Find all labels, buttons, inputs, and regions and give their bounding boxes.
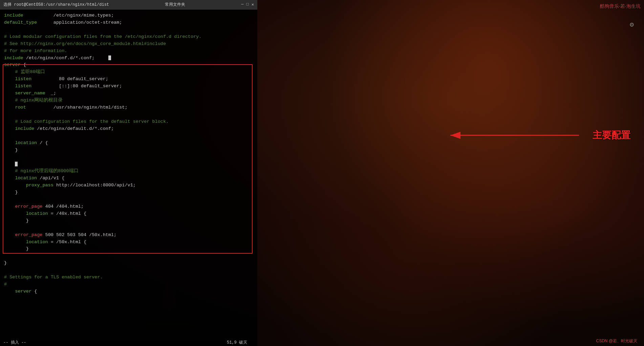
terminal-title-center: 常用文件夹 [165,2,185,7]
code-line-location-40x: location = /40x.html { [4,210,253,217]
code-line-include-default: include /etc/nginx/default.d/*.conf; [4,125,253,133]
code-line-blank6 [4,225,253,232]
code-line-blank5 [4,196,253,203]
code-line-blank8 [4,267,253,274]
csdn-watermark: CSDN @若、时光破灭 [596,338,637,344]
cursor2 [15,162,18,166]
window-controls[interactable]: — □ ✕ [241,2,254,7]
code-line-error-50x: error_page 500 502 503 504 /50x.html; [4,232,253,239]
minimize-button[interactable]: — [241,2,243,7]
code-line-root: root /usr/share/nginx/html/dist; [4,104,253,111]
status-bar: -- 插入 -- 51,9 破灭 [0,339,257,346]
code-line-include1: include /etc/nginx/mime.types; [4,12,253,19]
code-line-comment-proxy: # nginx代理后端的8000端口 [4,168,253,175]
code-line-server-name: server_name _; [4,90,253,97]
close-button[interactable]: ✕ [252,2,254,7]
app-logo: 酷狗音乐·若·泡生坑 [600,3,641,9]
code-line-default-type: default_type application/octet-stream; [4,19,253,26]
code-line-listen1: listen 80 default_server; [4,76,253,83]
code-line-cursor-line [4,161,253,168]
code-line-location-api-close: } [4,189,253,196]
code-line-comment1: # Load modular configuration files from … [4,33,253,41]
code-line-blank2 [4,111,253,118]
code-line-location-50x: location = /50x.html { [4,239,253,246]
code-line-blank7 [4,253,253,260]
code-line-location-root: location / { [4,140,253,147]
annotation-area: 主要配置 [444,129,630,142]
background-art [257,0,644,346]
code-line-comment-load: # Load configuration files for the defau… [4,118,253,125]
terminal-title: 选择 root@CentOS8:/usr/share/nginx/html/di… [3,2,109,7]
code-line-server2-open: server { [4,288,253,295]
code-line-comment-listen: # 监听80端口 [4,69,253,76]
cursor-position: 51,9 破灭 [227,340,247,345]
code-line-server-close: } [4,260,253,267]
code-line-comment3: # for more information. [4,48,253,55]
code-line-blank3 [4,133,253,140]
code-line-blank4 [4,154,253,161]
code-line-listen2: listen [::]:80 default_server; [4,83,253,90]
code-line-location-40x-close: } [4,217,253,225]
terminal-content: include /etc/nginx/mime.types; default_t… [0,9,257,346]
code-line-proxy-pass: proxy_pass http://localhost:8000/api/v1; [4,182,253,189]
terminal-titlebar: 选择 root@CentOS8:/usr/share/nginx/html/di… [0,0,257,9]
annotation-arrow [444,129,586,142]
code-line-error-404: error_page 404 /404.html; [4,203,253,210]
cursor-indicator [108,55,111,60]
terminal-window[interactable]: 选择 root@CentOS8:/usr/share/nginx/html/di… [0,0,257,346]
maximize-button[interactable]: □ [246,2,249,7]
code-line-location-root-close: } [4,147,253,154]
code-line-comment-tls: # Settings for a TLS enabled server. [4,274,253,281]
code-line-comment-hash: # [4,281,253,288]
vim-mode: -- 插入 -- [3,340,26,345]
logo-text: 酷狗音乐·若·泡生坑 [600,3,641,9]
annotation-label: 主要配置 [593,129,630,142]
csdn-text: CSDN @若、时光破灭 [596,339,637,343]
code-line-comment-root: # nginx网站的根目录 [4,97,253,104]
code-line-comment2: # See http://nginx.org/en/docs/ngx_core_… [4,41,253,48]
gear-icon[interactable]: ⚙ [630,20,634,29]
code-line-location-api: location /api/v1 { [4,175,253,182]
code-line-include2: include /etc/nginx/conf.d/*.conf; [4,55,253,62]
code-line-server-open: server { [4,62,253,69]
code-line-blank1 [4,26,253,33]
code-line-location-50x-close: } [4,246,253,253]
